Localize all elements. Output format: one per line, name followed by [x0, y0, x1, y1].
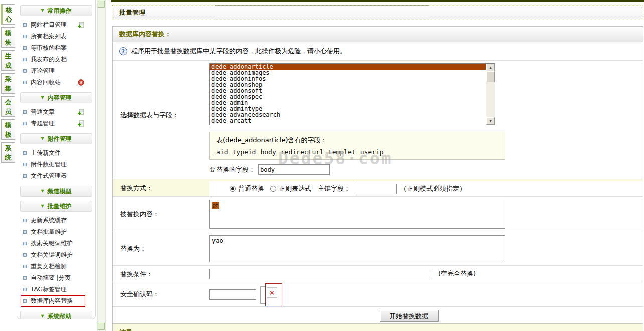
captcha-label: 安全确认码：	[113, 282, 209, 306]
page-title: 批量管理	[119, 8, 145, 17]
condition-input[interactable]	[209, 269, 433, 279]
sidebar-item-label: 评论管理	[31, 67, 55, 75]
sidebar-item[interactable]: 所有档案列表	[17, 31, 95, 42]
bullet-icon	[23, 230, 27, 234]
arrow-up-icon: ▲	[489, 66, 491, 70]
start-replace-button[interactable]: 开始替换数据	[380, 310, 438, 321]
bullet-icon	[23, 288, 27, 291]
sidebar-item[interactable]: 内容回收站	[17, 77, 95, 88]
search-content-row: 被替换内容： 药	[113, 196, 643, 232]
module-tab-6[interactable]: 模板	[1, 119, 15, 140]
search-content-textarea[interactable]: 药	[209, 200, 505, 229]
module-tab-7[interactable]: 系统	[1, 142, 15, 163]
search-content-value: 药	[212, 202, 219, 209]
sidebar-item-label: 内容回收站	[31, 78, 61, 87]
module-tab-3[interactable]: 生成	[1, 50, 15, 71]
sidebar-item[interactable]: 搜索关键词维护	[17, 238, 95, 249]
sidebar-item-label: TAG标签管理	[31, 285, 67, 294]
warning-tip-row: ? 程序用于批量替换数据库中某字段的内容，此操作极为危险，请小心使用。	[113, 42, 643, 60]
sidebar-item[interactable]: 文档批量维护	[17, 226, 95, 238]
table-listbox[interactable]: dede_addonarticledede_addonimagesdede_ad…	[209, 63, 495, 125]
scroll-thumb[interactable]	[486, 71, 495, 82]
section-label: 系统帮助	[48, 312, 72, 320]
replace-mode-row: 替换方式： 普通替换正则表达式 主键字段： （正则模式必须指定）	[113, 179, 643, 196]
sidebar-item[interactable]: 附件数据管理	[17, 159, 95, 170]
add-document-icon	[77, 22, 84, 29]
radio-icon[interactable]	[230, 186, 236, 192]
submit-row: 开始替换数据	[113, 306, 643, 323]
field-input[interactable]	[258, 164, 330, 175]
sidebar-item[interactable]: 数据库内容替换	[17, 295, 95, 307]
table-option[interactable]: dede_advancedsearch	[210, 112, 495, 118]
sidebar-item[interactable]: TAG标签管理	[17, 284, 95, 295]
replace-with-textarea[interactable]: yao	[209, 235, 505, 262]
chevron-down-icon: ▼	[41, 9, 44, 13]
collapse-handle-top-button[interactable]	[98, 1, 105, 8]
sidebar-item-label: 文档批量维护	[31, 228, 67, 236]
field-link-aid[interactable]: aid	[216, 148, 228, 156]
radio-label: 正则表达式	[279, 184, 311, 193]
replace-with-label: 替换为：	[113, 244, 209, 253]
radio-icon[interactable]	[270, 186, 276, 192]
field-link-templet[interactable]: templet	[328, 148, 356, 156]
sidebar-item-label: 上传新文件	[31, 149, 61, 157]
sidebar-item[interactable]: 自动摘要 |分页	[17, 272, 95, 284]
field-link-redirecturl[interactable]: redirecturl	[281, 148, 324, 156]
field-input-label: 要替换的字段：	[209, 165, 255, 174]
module-tab-4[interactable]: 采集	[1, 73, 15, 94]
sidebar-item[interactable]: 文档关键词维护	[17, 249, 95, 261]
field-link-userip[interactable]: userip	[360, 148, 384, 156]
collapse-handle-bottom-button[interactable]	[98, 323, 105, 330]
sidebar-item[interactable]: 更新系统缓存	[17, 215, 95, 226]
sidebar-item[interactable]: 上传新文件	[17, 147, 95, 159]
sidebar-item[interactable]: 网站栏目管理	[17, 19, 95, 31]
radio-label: 普通替换	[238, 184, 264, 193]
bullet-icon	[23, 174, 27, 178]
module-tab-1[interactable]: 核心	[1, 4, 15, 25]
sidebar-item[interactable]: 我发布的文档	[17, 54, 95, 65]
mode-note: （正则模式必须指定）	[400, 184, 466, 193]
bullet-icon	[23, 110, 27, 114]
captcha-input[interactable]	[209, 289, 256, 300]
table-field-label: 选择数据表与字段：	[113, 61, 209, 179]
field-link-typeid[interactable]: typeid	[232, 148, 256, 156]
sidebar-item[interactable]: 专题管理	[17, 118, 95, 129]
scroll-up-button[interactable]: ▲	[486, 64, 495, 71]
bullet-icon	[23, 242, 27, 245]
sidebar-section-1[interactable]: ▼内容管理	[20, 92, 92, 103]
sidebar-item-label: 重复文档检测	[31, 262, 67, 271]
mode-label: 替换方式：	[113, 179, 209, 196]
table-option[interactable]: dede_arcatt	[210, 118, 495, 124]
field-link-body[interactable]: body	[260, 148, 276, 156]
module-tab-2[interactable]: 模块	[1, 27, 15, 48]
module-tab-5[interactable]: 会员	[1, 96, 15, 117]
sidebar-item-label: 搜索关键词维护	[31, 239, 73, 248]
section-label: 附件管理	[48, 135, 72, 143]
sidebar-section-5[interactable]: ▼系统帮助	[20, 311, 92, 319]
captcha-broken-image: ×	[265, 283, 282, 306]
sidebar-item[interactable]: 普通文章	[17, 106, 95, 118]
bullet-icon	[23, 35, 27, 38]
help-icon: ?	[119, 47, 127, 55]
sidebar-menu: ▼常用操作网站栏目管理所有档案列表等审核的档案我发布的文档评论管理内容回收站▼内…	[17, 0, 96, 319]
sidebar-item-label: 等审核的档案	[31, 44, 67, 52]
replace-panel: 数据库内容替换： ? 程序用于批量替换数据库中某字段的内容，此操作极为危险，请小…	[112, 26, 643, 331]
sidebar-item[interactable]: 文件式管理器	[17, 170, 95, 182]
mode-radio-option-1[interactable]: 正则表达式	[270, 184, 311, 193]
sidebar-section-0[interactable]: ▼常用操作	[20, 5, 92, 16]
sidebar-item-label: 更新系统缓存	[31, 216, 67, 225]
primary-key-input[interactable]	[354, 184, 397, 194]
table-option[interactable]: dede_addonspec	[210, 94, 495, 100]
sidebar-section-3[interactable]: ▼频道模型	[20, 186, 92, 197]
table-fields-box: 表(dede_addonarticle)含有的字段： aidtypeidbody…	[209, 132, 505, 160]
bullet-icon	[23, 46, 27, 50]
sidebar-section-2[interactable]: ▼附件管理	[20, 133, 92, 144]
chevron-down-icon: ▼	[41, 204, 44, 208]
sidebar-item[interactable]: 评论管理	[17, 65, 95, 77]
mode-radio-option-0[interactable]: 普通替换	[230, 184, 264, 193]
bullet-icon	[23, 81, 27, 84]
sidebar-section-4[interactable]: ▼批量维护	[20, 201, 92, 212]
sidebar-item[interactable]: 重复文档检测	[17, 261, 95, 272]
scroll-down-button[interactable]: ▼	[486, 117, 495, 125]
sidebar-item[interactable]: 等审核的档案	[17, 42, 95, 54]
